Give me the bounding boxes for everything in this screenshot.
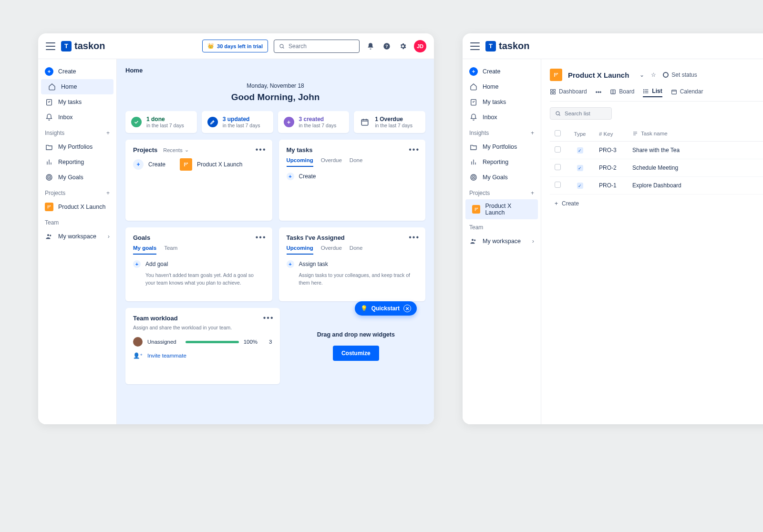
- row-checkbox[interactable]: [555, 182, 561, 188]
- svg-line-60: [559, 114, 560, 115]
- tab-mygoals[interactable]: My goals: [133, 245, 156, 255]
- projects-create-button[interactable]: + Create: [133, 159, 165, 170]
- insights-add-icon[interactable]: +: [106, 130, 110, 136]
- search-placeholder: Search: [289, 43, 307, 50]
- stat-overdue[interactable]: 1 Overduein the last 7 days: [354, 111, 425, 133]
- chevron-down-icon[interactable]: ⌄: [639, 72, 644, 78]
- row-checkbox[interactable]: [555, 164, 561, 170]
- stats-row: 1 donein the last 7 days 3 updatedin the…: [125, 111, 425, 133]
- project-board-icon: [550, 69, 562, 81]
- sidebar-item-project[interactable]: Product X Launch: [38, 199, 116, 215]
- task-key: PRO-1: [594, 177, 628, 194]
- tab-done[interactable]: Done: [350, 245, 363, 255]
- invite-teammate-button[interactable]: 👤⁺ Invite teammate: [133, 352, 272, 359]
- row-checkbox[interactable]: [555, 146, 561, 153]
- project-name-label: Product X Launch: [58, 204, 105, 210]
- tab-overdue[interactable]: Overdue: [321, 245, 342, 255]
- view-tab-board[interactable]: Board: [610, 88, 634, 97]
- assigned-card-title: Tasks I've Assigned: [287, 234, 418, 241]
- create-task-button[interactable]: + Create: [550, 194, 763, 213]
- sidebar-mytasks-label: My tasks: [483, 99, 506, 105]
- tab-upcoming[interactable]: Upcoming: [287, 245, 313, 255]
- member-avatar[interactable]: [133, 337, 143, 347]
- list-search-input[interactable]: Search list: [550, 107, 612, 120]
- menu-toggle-icon[interactable]: [46, 42, 55, 50]
- help-icon[interactable]: ?: [382, 41, 392, 51]
- sidebar-section-projects: Projects +: [463, 185, 541, 199]
- menu-toggle-icon[interactable]: [470, 42, 480, 50]
- col-type[interactable]: Type: [566, 126, 594, 142]
- table-row[interactable]: ✓ PRO-2 Schedule Meeting: [550, 159, 763, 177]
- tab-overdue[interactable]: Overdue: [321, 157, 342, 167]
- sidebar-item-mytasks[interactable]: My tasks: [38, 94, 116, 110]
- assigned-hint: Assign tasks to your colleagues, and kee…: [287, 272, 418, 287]
- sidebar-item-goals[interactable]: My Goals: [38, 170, 116, 185]
- projects-add-icon[interactable]: +: [106, 190, 110, 196]
- view-tab-calendar[interactable]: Calendar: [671, 88, 703, 97]
- card-menu-icon[interactable]: •••: [409, 233, 420, 242]
- star-icon[interactable]: ☆: [651, 72, 656, 78]
- customize-button[interactable]: Costumize: [333, 346, 379, 361]
- brand-logo[interactable]: T taskon: [485, 41, 529, 51]
- lightbulb-icon: 💡: [361, 305, 368, 312]
- table-row[interactable]: ✓ PRO-3 Share with the Tea: [550, 142, 763, 159]
- tab-upcoming[interactable]: Upcoming: [287, 157, 313, 167]
- sidebar-inbox-label: Inbox: [483, 114, 497, 121]
- settings-icon[interactable]: [398, 41, 408, 51]
- sidebar-item-goals[interactable]: My Goals: [463, 170, 541, 185]
- svg-point-39: [472, 239, 474, 241]
- stat-updated[interactable]: 3 updatedin the last 7 days: [202, 111, 273, 133]
- table-row[interactable]: ✓ PRO-1 Explore Dashboard: [550, 177, 763, 194]
- sidebar-item-mytasks[interactable]: My tasks: [463, 94, 541, 110]
- sidebar-item-home[interactable]: Home: [41, 79, 113, 94]
- stat-overdue-title: 1 Overdue: [375, 116, 412, 123]
- tab-team-goals[interactable]: Team: [164, 245, 177, 255]
- col-key[interactable]: # Key: [594, 126, 628, 142]
- card-menu-icon[interactable]: •••: [256, 233, 267, 242]
- assign-task-button[interactable]: + Assign task: [287, 260, 418, 268]
- sidebar-item-inbox[interactable]: Inbox: [463, 110, 541, 125]
- sidebar-item-project[interactable]: Product X Launch: [465, 199, 538, 219]
- sidebar-item-workspace[interactable]: My workspace ›: [38, 229, 116, 244]
- user-avatar[interactable]: JD: [414, 40, 426, 52]
- bell-icon: [45, 113, 53, 122]
- sidebar-item-reporting[interactable]: Reporting: [463, 154, 541, 170]
- sidebar-create-button[interactable]: Create: [38, 64, 116, 79]
- plus-icon: +: [133, 260, 141, 268]
- trial-pill[interactable]: 👑 30 days left in trial: [202, 40, 268, 52]
- brand-logo[interactable]: T taskon: [61, 41, 105, 51]
- tab-done[interactable]: Done: [350, 157, 363, 167]
- reporting-label: Reporting: [483, 159, 508, 165]
- stat-created[interactable]: 3 createdin the last 7 days: [278, 111, 350, 133]
- sidebar-item-inbox[interactable]: Inbox: [38, 110, 116, 125]
- insights-add-icon[interactable]: +: [531, 130, 534, 136]
- stat-done[interactable]: 1 donein the last 7 days: [125, 111, 197, 133]
- set-status-button[interactable]: Set status: [663, 72, 697, 78]
- sidebar-item-portfolios[interactable]: My Portfolios: [463, 139, 541, 154]
- notifications-icon[interactable]: [365, 41, 376, 51]
- card-menu-icon[interactable]: •••: [263, 314, 274, 322]
- sidebar-item-reporting[interactable]: Reporting: [38, 154, 116, 170]
- quickstart-button[interactable]: 💡 Quickstart ✕: [355, 301, 417, 316]
- mytasks-create-button[interactable]: + Create: [287, 173, 418, 180]
- sidebar-item-home[interactable]: Home: [463, 79, 541, 94]
- add-goal-button[interactable]: + Add goal: [133, 260, 265, 268]
- select-all-checkbox[interactable]: [555, 130, 561, 136]
- view-tab-dashboard[interactable]: Dashboard: [550, 88, 587, 97]
- sidebar-item-workspace[interactable]: My workspace ›: [463, 234, 541, 249]
- widget-drop-area[interactable]: Drag and drop new widgets Costumize: [287, 308, 426, 384]
- sidebar-create-button[interactable]: Create: [463, 64, 541, 79]
- projects-add-icon[interactable]: +: [531, 190, 534, 196]
- global-search-input[interactable]: Search: [274, 40, 360, 53]
- plus-circle-icon: [469, 67, 478, 76]
- sidebar-item-portfolios[interactable]: My Portfolios: [38, 139, 116, 154]
- more-views-icon[interactable]: •••: [596, 89, 602, 96]
- card-menu-icon[interactable]: •••: [256, 145, 267, 154]
- close-circle-icon[interactable]: ✕: [403, 305, 411, 312]
- project-chip[interactable]: Product X Launch: [180, 158, 242, 171]
- projects-filter-select[interactable]: Recents ⌄: [163, 147, 188, 153]
- folder-icon: [469, 143, 478, 151]
- view-tab-list[interactable]: List: [643, 88, 662, 97]
- logo-badge-icon: T: [485, 41, 496, 51]
- card-menu-icon[interactable]: •••: [409, 145, 420, 154]
